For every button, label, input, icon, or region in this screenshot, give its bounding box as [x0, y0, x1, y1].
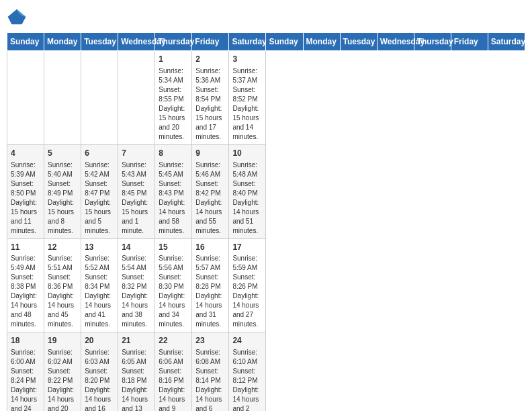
day-content: Sunrise: 5:46 AM Sunset: 8:42 PM Dayligh…: [195, 161, 225, 236]
calendar-cell: [7, 51, 44, 145]
day-number: 24: [232, 335, 262, 347]
day-header-tuesday: Tuesday: [340, 33, 377, 51]
day-content: Sunrise: 5:37 AM Sunset: 8:52 PM Dayligh…: [232, 66, 262, 142]
day-number: 5: [48, 148, 77, 159]
calendar-week-row: 1Sunrise: 5:34 AM Sunset: 8:55 PM Daylig…: [7, 51, 525, 145]
calendar-cell: 8Sunrise: 5:45 AM Sunset: 8:43 PM Daylig…: [155, 144, 192, 238]
day-number: 8: [159, 148, 188, 159]
calendar-cell: 2Sunrise: 5:36 AM Sunset: 8:54 PM Daylig…: [192, 51, 229, 145]
day-content: Sunrise: 5:43 AM Sunset: 8:45 PM Dayligh…: [122, 161, 151, 236]
calendar-cell: 24Sunrise: 6:10 AM Sunset: 8:12 PM Dayli…: [229, 332, 266, 411]
calendar-cell: 4Sunrise: 5:39 AM Sunset: 8:50 PM Daylig…: [7, 144, 44, 238]
day-number: 19: [48, 335, 77, 347]
day-content: Sunrise: 5:54 AM Sunset: 8:32 PM Dayligh…: [122, 254, 151, 329]
calendar-header-row: SundayMondayTuesdayWednesdayThursdayFrid…: [7, 33, 525, 51]
day-number: 23: [195, 335, 225, 347]
day-content: Sunrise: 5:59 AM Sunset: 8:26 PM Dayligh…: [232, 254, 262, 329]
calendar-cell: 3Sunrise: 5:37 AM Sunset: 8:52 PM Daylig…: [229, 51, 266, 145]
logo-icon: [7, 7, 27, 27]
day-number: 13: [85, 242, 114, 253]
calendar-cell: 15Sunrise: 5:56 AM Sunset: 8:30 PM Dayli…: [155, 238, 192, 332]
day-header-monday: Monday: [303, 33, 340, 51]
day-number: 17: [232, 242, 262, 253]
day-content: Sunrise: 5:42 AM Sunset: 8:47 PM Dayligh…: [85, 161, 114, 236]
day-header-friday: Friday: [451, 33, 488, 51]
day-number: 9: [195, 148, 225, 159]
calendar-cell: 7Sunrise: 5:43 AM Sunset: 8:45 PM Daylig…: [118, 144, 155, 238]
calendar-week-row: 18Sunrise: 6:00 AM Sunset: 8:24 PM Dayli…: [7, 332, 525, 411]
logo: [7, 7, 30, 27]
day-header-saturday: Saturday: [229, 33, 266, 51]
calendar-cell: 22Sunrise: 6:06 AM Sunset: 8:16 PM Dayli…: [155, 332, 192, 411]
day-number: 7: [122, 148, 151, 159]
day-number: 16: [195, 242, 225, 253]
day-header-wednesday: Wednesday: [377, 33, 414, 51]
day-header-sunday: Sunday: [266, 33, 303, 51]
day-header-thursday: Thursday: [414, 33, 451, 51]
calendar-cell: 16Sunrise: 5:57 AM Sunset: 8:28 PM Dayli…: [192, 238, 229, 332]
calendar-cell: 18Sunrise: 6:00 AM Sunset: 8:24 PM Dayli…: [7, 332, 44, 411]
day-number: 11: [11, 242, 40, 253]
day-number: 10: [232, 148, 262, 159]
day-content: Sunrise: 5:34 AM Sunset: 8:55 PM Dayligh…: [159, 66, 188, 142]
day-content: Sunrise: 5:40 AM Sunset: 8:49 PM Dayligh…: [48, 161, 77, 236]
calendar-cell: 5Sunrise: 5:40 AM Sunset: 8:49 PM Daylig…: [44, 144, 81, 238]
day-number: 3: [232, 54, 262, 65]
day-content: Sunrise: 5:39 AM Sunset: 8:50 PM Dayligh…: [11, 161, 40, 236]
day-content: Sunrise: 5:49 AM Sunset: 8:38 PM Dayligh…: [11, 254, 40, 329]
calendar-cell: 9Sunrise: 5:46 AM Sunset: 8:42 PM Daylig…: [192, 144, 229, 238]
day-content: Sunrise: 6:00 AM Sunset: 8:24 PM Dayligh…: [11, 348, 40, 411]
day-content: Sunrise: 5:51 AM Sunset: 8:36 PM Dayligh…: [48, 254, 77, 329]
day-header-tuesday: Tuesday: [81, 33, 118, 51]
day-number: 1: [159, 54, 188, 65]
calendar-cell: 10Sunrise: 5:48 AM Sunset: 8:40 PM Dayli…: [229, 144, 266, 238]
calendar-cell: [81, 51, 118, 145]
calendar-cell: 6Sunrise: 5:42 AM Sunset: 8:47 PM Daylig…: [81, 144, 118, 238]
day-number: 22: [159, 335, 188, 347]
day-content: Sunrise: 5:52 AM Sunset: 8:34 PM Dayligh…: [85, 254, 114, 329]
day-content: Sunrise: 5:56 AM Sunset: 8:30 PM Dayligh…: [159, 254, 188, 329]
day-content: Sunrise: 5:57 AM Sunset: 8:28 PM Dayligh…: [195, 254, 225, 329]
day-header-wednesday: Wednesday: [118, 33, 155, 51]
calendar-cell: 20Sunrise: 6:03 AM Sunset: 8:20 PM Dayli…: [81, 332, 118, 411]
day-header-saturday: Saturday: [488, 33, 525, 51]
day-header-monday: Monday: [44, 33, 81, 51]
calendar-cell: 14Sunrise: 5:54 AM Sunset: 8:32 PM Dayli…: [118, 238, 155, 332]
day-content: Sunrise: 6:08 AM Sunset: 8:14 PM Dayligh…: [195, 348, 225, 411]
day-content: Sunrise: 6:06 AM Sunset: 8:16 PM Dayligh…: [159, 348, 188, 411]
calendar-cell: [44, 51, 81, 145]
calendar-week-row: 4Sunrise: 5:39 AM Sunset: 8:50 PM Daylig…: [7, 144, 525, 238]
calendar-cell: 11Sunrise: 5:49 AM Sunset: 8:38 PM Dayli…: [7, 238, 44, 332]
day-content: Sunrise: 5:48 AM Sunset: 8:40 PM Dayligh…: [232, 161, 262, 236]
calendar-cell: 23Sunrise: 6:08 AM Sunset: 8:14 PM Dayli…: [192, 332, 229, 411]
page-header: [7, 7, 525, 27]
calendar-cell: 1Sunrise: 5:34 AM Sunset: 8:55 PM Daylig…: [155, 51, 192, 145]
day-content: Sunrise: 5:45 AM Sunset: 8:43 PM Dayligh…: [159, 161, 188, 236]
calendar-cell: 21Sunrise: 6:05 AM Sunset: 8:18 PM Dayli…: [118, 332, 155, 411]
svg-marker-0: [8, 9, 26, 25]
calendar-table: SundayMondayTuesdayWednesdayThursdayFrid…: [7, 32, 525, 411]
calendar-week-row: 11Sunrise: 5:49 AM Sunset: 8:38 PM Dayli…: [7, 238, 525, 332]
calendar-cell: [118, 51, 155, 145]
day-header-friday: Friday: [192, 33, 229, 51]
day-number: 6: [85, 148, 114, 159]
day-number: 18: [11, 335, 40, 347]
day-content: Sunrise: 6:02 AM Sunset: 8:22 PM Dayligh…: [48, 348, 77, 411]
day-number: 15: [159, 242, 188, 253]
calendar-cell: 12Sunrise: 5:51 AM Sunset: 8:36 PM Dayli…: [44, 238, 81, 332]
day-number: 12: [48, 242, 77, 253]
day-header-thursday: Thursday: [155, 33, 192, 51]
calendar-cell: 19Sunrise: 6:02 AM Sunset: 8:22 PM Dayli…: [44, 332, 81, 411]
day-header-sunday: Sunday: [7, 33, 44, 51]
day-number: 14: [122, 242, 151, 253]
calendar-cell: 13Sunrise: 5:52 AM Sunset: 8:34 PM Dayli…: [81, 238, 118, 332]
day-content: Sunrise: 6:03 AM Sunset: 8:20 PM Dayligh…: [85, 348, 114, 411]
day-content: Sunrise: 6:10 AM Sunset: 8:12 PM Dayligh…: [232, 348, 262, 411]
day-content: Sunrise: 5:36 AM Sunset: 8:54 PM Dayligh…: [195, 66, 225, 142]
day-number: 2: [195, 54, 225, 65]
day-number: 21: [122, 335, 151, 347]
day-number: 20: [85, 335, 114, 347]
day-number: 4: [11, 148, 40, 159]
calendar-cell: 17Sunrise: 5:59 AM Sunset: 8:26 PM Dayli…: [229, 238, 266, 332]
day-content: Sunrise: 6:05 AM Sunset: 8:18 PM Dayligh…: [122, 348, 151, 411]
